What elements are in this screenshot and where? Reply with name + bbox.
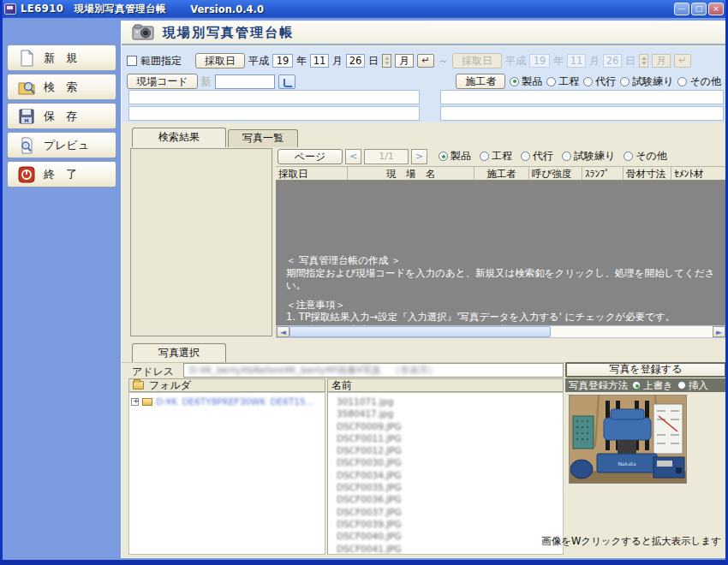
address-label: アドレス	[132, 365, 174, 379]
search-button[interactable]: 検 索	[7, 74, 116, 100]
site-code-lookup-button[interactable]	[278, 74, 295, 89]
unit-selector[interactable]: 月	[395, 54, 414, 68]
page-header: 現場別写真管理台帳	[122, 21, 726, 45]
year-field[interactable]: 19	[272, 54, 293, 68]
col-contractor: 施工者	[474, 167, 529, 180]
next-page-button[interactable]: >	[411, 149, 427, 164]
site-code-button[interactable]: 現場コード	[127, 74, 198, 89]
apply-date-button[interactable]: ↵	[417, 54, 434, 68]
page-indicator: 1/1	[364, 149, 409, 164]
month-field[interactable]: 11	[310, 54, 329, 68]
register-photo-button[interactable]: 写真を登録する	[565, 362, 726, 378]
prev-page-button[interactable]: <	[345, 149, 361, 164]
folder-icon	[142, 398, 152, 406]
collection-date-button[interactable]: 採取日	[195, 53, 245, 68]
search-button-label: 検 索	[44, 80, 77, 95]
file-item[interactable]: DSCF0030.JPG	[337, 456, 563, 468]
month-unit-label: 月	[332, 54, 343, 68]
file-item[interactable]: 3580417.jpg	[337, 407, 563, 419]
scroll-left-icon[interactable]: ◄	[277, 326, 289, 337]
unit-to-selector: 月	[652, 54, 671, 68]
save-floppy-icon: H	[18, 108, 35, 125]
file-item[interactable]: DSCF0034.JPG	[337, 469, 563, 481]
date-spinner[interactable]	[382, 54, 391, 68]
photo-thumbnail[interactable]: Nakata	[569, 395, 687, 484]
folder-tree[interactable]: D:¥K_DE6TY8PREF30WK_DE6T15...	[128, 392, 325, 555]
page-button[interactable]: ページ	[277, 149, 343, 164]
register-method-label: 写真登録方法	[569, 379, 628, 392]
exit-button[interactable]: 終 了	[7, 161, 116, 187]
radio-trial-mix[interactable]: 試験練り	[620, 74, 673, 89]
radio-product[interactable]: 製品	[510, 74, 542, 89]
results-listbox[interactable]	[130, 148, 272, 336]
horizontal-scrollbar[interactable]: ◄ ►	[276, 325, 726, 338]
year-unit-label: 年	[296, 54, 307, 68]
scrollbar-thumb[interactable]	[289, 326, 551, 337]
preview-button[interactable]: プレビュ	[7, 132, 116, 158]
results-radio-other[interactable]: その他	[624, 149, 667, 164]
contractor-field-2[interactable]	[440, 106, 724, 121]
radio-overwrite[interactable]: 上書き	[632, 379, 673, 392]
col-nominal-strength: 呼び強度	[529, 167, 582, 180]
results-radio-product[interactable]: 製品	[439, 149, 471, 164]
date-from-group: 採取日 平成 19 年 11 月 26 日 月 ↵	[195, 53, 434, 68]
results-radio-proxy[interactable]: 代行	[521, 149, 553, 164]
guide-body: 期間指定および現場コードを入力のあと、新規又は検索釦をクリックし、処理を開始して…	[286, 267, 719, 292]
era-label: 平成	[248, 54, 269, 68]
camera-icon	[132, 24, 154, 41]
site-name-field-2[interactable]	[128, 106, 420, 121]
day-to-field: 26	[603, 54, 622, 68]
radio-insert[interactable]: 挿入	[677, 379, 708, 392]
file-item[interactable]: DSCF0039.JPG	[337, 518, 563, 530]
file-item[interactable]: DSCF0041.JPG	[337, 543, 563, 555]
file-item[interactable]: DSCF0011.JPG	[337, 432, 563, 444]
file-item[interactable]: DSCF0009.JPG	[337, 420, 563, 432]
name-column-header[interactable]: 名前	[327, 378, 564, 392]
folder-icon	[133, 381, 144, 390]
close-button[interactable]: ×	[708, 3, 724, 15]
maximize-button[interactable]: □	[691, 3, 707, 15]
file-item[interactable]: DSCF0035.JPG	[337, 481, 563, 493]
file-item[interactable]: DSCF0012.JPG	[337, 444, 563, 456]
filter-panel: 範囲指定 採取日 平成 19 年 11 月 26 日 月 ↵ ～ 採取	[122, 47, 726, 122]
app-window: LE6910 現場別写真管理台帳 Version.0.4.0 — □ × 新 規…	[0, 0, 728, 565]
new-document-icon	[18, 50, 35, 67]
radio-proxy[interactable]: 代行	[583, 74, 616, 89]
range-checkbox[interactable]	[127, 56, 137, 66]
new-button[interactable]: 新 規	[7, 45, 116, 71]
file-item[interactable]: DSCF0040.JPG	[337, 530, 563, 542]
col-slump: ｽﾗﾝﾌﾟ	[582, 167, 624, 180]
svg-text:Nakata: Nakata	[618, 461, 636, 467]
results-radio-process[interactable]: 工程	[480, 149, 512, 164]
tab-photo-list[interactable]: 写真一覧	[228, 129, 298, 147]
contractor-button[interactable]: 施工者	[456, 74, 505, 89]
site-name-field-1[interactable]	[128, 90, 420, 104]
results-table-header: 採取日 現 場 名 施工者 呼び強度 ｽﾗﾝﾌﾟ 骨材寸法 ｾﾒﾝﾄ材	[276, 166, 726, 181]
tab-photo-select[interactable]: 写真選択	[132, 343, 226, 362]
file-item[interactable]: 3011071.jpg	[337, 396, 563, 407]
collection-date-to-button: 採取日	[452, 53, 502, 68]
expand-icon[interactable]	[131, 398, 139, 406]
guide-title: ＜ 写真管理台帳の作成 ＞	[286, 254, 719, 267]
main-panel: 現場別写真管理台帳 範囲指定 採取日 平成 19 年 11 月 26 日 月	[121, 21, 727, 558]
contractor-field-1[interactable]	[440, 90, 724, 104]
scroll-right-icon[interactable]: ►	[713, 326, 725, 337]
address-input[interactable]: D:¥K_berty¥bRefore¥K_berty¥P画像¥写真 （非表示）	[183, 363, 564, 378]
month-to-unit: 月	[589, 54, 600, 68]
file-item[interactable]: DSCF0037.JPG	[337, 506, 563, 518]
minimize-button[interactable]: —	[674, 3, 689, 15]
save-button-label: 保 存	[44, 109, 77, 124]
era-to-label: 平成	[505, 54, 526, 68]
file-list[interactable]: 3011071.jpg 3580417.jpg DSCF0009.JPG DSC…	[327, 392, 564, 555]
folder-tree-item[interactable]: D:¥K_DE6TY8PREF30WK_DE6T15...	[129, 393, 325, 410]
folder-column-header[interactable]: フォルダ	[128, 378, 325, 392]
results-radio-trial-mix[interactable]: 試験練り	[562, 149, 615, 164]
save-button[interactable]: H 保 存	[7, 103, 116, 129]
site-code-input[interactable]	[215, 74, 275, 89]
day-field[interactable]: 26	[346, 54, 365, 68]
tab-search-results[interactable]: 検索結果	[132, 128, 226, 147]
range-tilde: ～	[438, 53, 449, 68]
file-item[interactable]: DSCF0036.JPG	[337, 493, 563, 505]
radio-process[interactable]: 工程	[546, 74, 579, 89]
radio-other[interactable]: その他	[677, 74, 721, 89]
